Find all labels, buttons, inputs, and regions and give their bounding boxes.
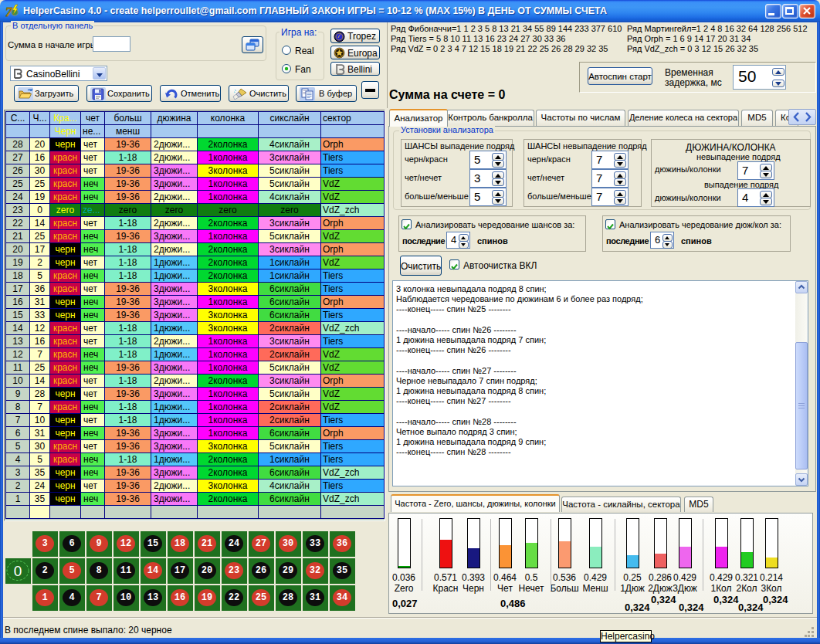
svg-text:0: 0 [14,563,22,579]
